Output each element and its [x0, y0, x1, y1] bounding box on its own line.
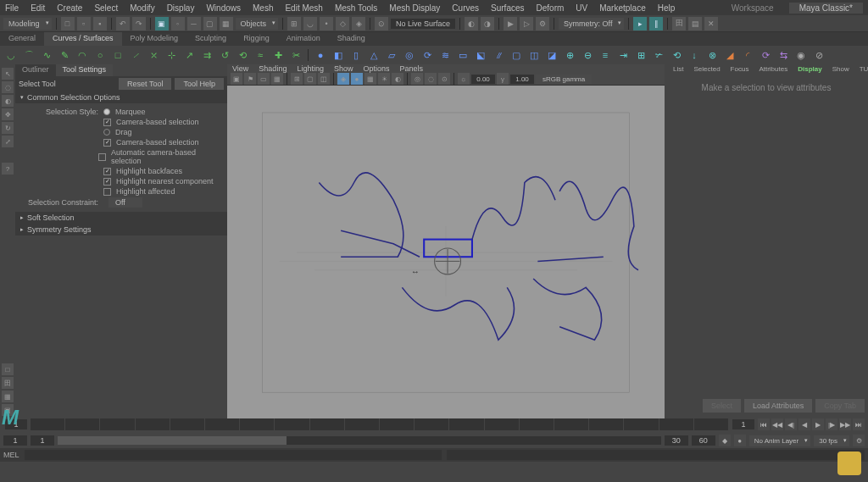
- surf-revolve-icon[interactable]: ⟳: [420, 47, 435, 63]
- range-start-outer[interactable]: 1: [3, 435, 27, 446]
- menu-windows[interactable]: Windows: [206, 3, 241, 13]
- ipr-icon[interactable]: ▷: [520, 17, 533, 30]
- goto-start-icon[interactable]: ⏮: [758, 418, 770, 430]
- range-end-outer[interactable]: 60: [692, 435, 715, 446]
- edge-mode-icon[interactable]: ─: [187, 17, 201, 30]
- backfaces-check[interactable]: [103, 168, 111, 175]
- shelf-tab-shading[interactable]: Shading: [329, 32, 374, 46]
- shelf-tab-rig[interactable]: Rigging: [235, 32, 278, 46]
- surf-boolean-icon[interactable]: ⊘: [811, 47, 826, 63]
- marquee-radio[interactable]: [103, 108, 110, 115]
- surf-cylinder-icon[interactable]: ▯: [348, 47, 364, 63]
- xray-icon[interactable]: ◌: [425, 73, 437, 85]
- curve-insertknot-icon[interactable]: ⊹: [164, 47, 179, 63]
- common-selection-section[interactable]: Common Selection Options: [15, 91, 227, 103]
- range-start-inner[interactable]: 1: [31, 435, 54, 446]
- surf-torus-icon[interactable]: ◎: [402, 47, 417, 63]
- affected-check[interactable]: [103, 188, 111, 196]
- step-back-icon[interactable]: ◀◀: [771, 418, 783, 430]
- surf-square-icon[interactable]: ◫: [526, 47, 542, 63]
- shelf-tab-poly[interactable]: Poly Modeling: [122, 32, 187, 46]
- curve-pencil-icon[interactable]: ✎: [57, 47, 72, 63]
- prev-key-icon[interactable]: ◀|: [785, 418, 797, 430]
- move-tool-icon[interactable]: ✥: [2, 108, 14, 120]
- shadow-icon[interactable]: ◐: [392, 73, 403, 85]
- surf-detach-icon[interactable]: ⊖: [580, 47, 595, 63]
- symmetry-dropdown[interactable]: Symmetry: Off: [559, 18, 624, 30]
- face-mode-icon[interactable]: ▢: [203, 17, 217, 30]
- surf-plane-icon[interactable]: ▱: [384, 47, 399, 63]
- x-icon[interactable]: ✕: [704, 17, 718, 30]
- scale-tool-icon[interactable]: ⤢: [2, 136, 14, 147]
- vertex-mode-icon[interactable]: ◦: [171, 17, 185, 30]
- play-icon[interactable]: ▸: [633, 17, 647, 30]
- ae-tab-show[interactable]: Show: [827, 64, 854, 76]
- shelf-tab-curves[interactable]: Curves / Surfaces: [44, 32, 122, 46]
- history-icon[interactable]: ◐: [465, 17, 478, 30]
- shelf-tab-sculpt[interactable]: Sculpting: [186, 32, 235, 46]
- undo-icon[interactable]: ↶: [116, 17, 130, 30]
- viewport-3d[interactable]: ↔: [227, 86, 665, 419]
- vp-menu-options[interactable]: Options: [363, 64, 389, 73]
- surf-cone-icon[interactable]: △: [366, 47, 381, 63]
- surf-planar-icon[interactable]: ▭: [455, 47, 470, 63]
- camera-icon[interactable]: ▣: [231, 73, 242, 85]
- surf-untrim-icon[interactable]: ⟲: [669, 47, 684, 63]
- menu-modify[interactable]: Modify: [130, 3, 154, 13]
- ae-tab-attributes[interactable]: Attributes: [754, 64, 793, 76]
- open-icon[interactable]: ▫: [77, 17, 91, 30]
- play-back-icon[interactable]: ◀: [798, 418, 810, 430]
- live-surface[interactable]: No Live Surface: [391, 19, 455, 29]
- gate-icon[interactable]: ▢: [304, 73, 316, 85]
- render-icon[interactable]: ▶: [504, 17, 517, 30]
- curve-cut-icon[interactable]: ✂: [288, 47, 303, 63]
- isolate-icon[interactable]: ◎: [411, 73, 423, 85]
- menu-meshdisplay[interactable]: Mesh Display: [389, 3, 440, 13]
- surf-birail-icon[interactable]: ⫽: [491, 47, 506, 63]
- ae-select-button[interactable]: Select: [703, 399, 741, 413]
- play-fwd-icon[interactable]: ▶: [812, 418, 824, 430]
- history-off-icon[interactable]: ◑: [481, 17, 494, 30]
- curve-reverse-icon[interactable]: ↺: [217, 47, 232, 63]
- select-mode-icon[interactable]: ▣: [155, 17, 169, 30]
- surf-cube-icon[interactable]: ◧: [331, 47, 346, 63]
- bookmark-icon[interactable]: ⚑: [244, 73, 256, 85]
- curve-circle-icon[interactable]: ○: [92, 47, 108, 63]
- vp-menu-panels[interactable]: Panels: [399, 64, 423, 73]
- menu-marketplace[interactable]: Marketplace: [599, 3, 645, 13]
- outliner-tab[interactable]: Outliner: [15, 64, 56, 76]
- new-icon[interactable]: □: [61, 17, 75, 30]
- curve-bezier-icon[interactable]: ∿: [39, 47, 54, 63]
- shelf-tab-general[interactable]: General: [0, 32, 44, 46]
- magnet-icon[interactable]: ⊙: [375, 17, 388, 30]
- wireframe-icon[interactable]: ◈: [337, 73, 349, 85]
- workspace-dropdown[interactable]: Maya Classic*: [789, 3, 863, 14]
- ae-tab-display[interactable]: Display: [793, 64, 826, 76]
- tool-settings-tab[interactable]: Tool Settings: [56, 64, 114, 76]
- grid-icon[interactable]: ⊞: [291, 73, 303, 85]
- menu-file[interactable]: File: [5, 3, 19, 13]
- surf-attach-icon[interactable]: ⊕: [562, 47, 577, 63]
- goto-end-icon[interactable]: ⏭: [853, 418, 865, 430]
- menu-meshtools[interactable]: Mesh Tools: [335, 3, 377, 13]
- menu-surfaces[interactable]: Surfaces: [491, 3, 524, 13]
- curve-smooth-icon[interactable]: ≈: [253, 47, 268, 63]
- surf-round-icon[interactable]: ◜: [740, 47, 755, 63]
- surf-extend-icon[interactable]: ⇥: [615, 47, 631, 63]
- camera-sel2-check[interactable]: [103, 139, 111, 147]
- surf-rebuild-icon[interactable]: ⟳: [758, 47, 773, 63]
- snap-point-icon[interactable]: •: [320, 17, 333, 30]
- layout-four-icon[interactable]: 田: [2, 377, 14, 389]
- menu-help[interactable]: Help: [658, 3, 676, 13]
- curve-arc-icon[interactable]: ◠: [75, 47, 90, 63]
- camera-sel1-check[interactable]: [103, 119, 111, 126]
- menu-mesh[interactable]: Mesh: [253, 3, 273, 13]
- prefs-icon[interactable]: ⚙: [853, 435, 865, 446]
- object-mode-icon[interactable]: ▦: [220, 17, 233, 30]
- xrayj-icon[interactable]: ⊙: [438, 73, 450, 85]
- ae-tab-turtle[interactable]: TURTLE: [854, 64, 868, 76]
- menu-select[interactable]: Select: [94, 3, 118, 13]
- layout-icon[interactable]: 田: [672, 17, 686, 30]
- surf-reverse-icon[interactable]: ⇆: [776, 47, 791, 63]
- select-tool-icon[interactable]: ↖: [2, 68, 14, 80]
